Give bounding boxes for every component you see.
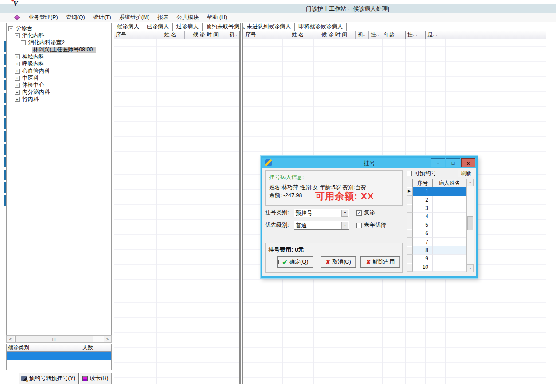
tab[interactable]: 已诊病人 [143, 23, 173, 31]
menu-item[interactable]: 报表 [153, 13, 172, 22]
column-header: 挂... [405, 31, 425, 39]
tree-expand-icon[interactable] [25, 47, 30, 52]
column-header: 序号 [114, 31, 156, 39]
tree-item-label: 分诊台 [15, 25, 34, 32]
tree-item[interactable]: 神经内科 [7, 53, 111, 60]
column-header: 候诊类别 [7, 344, 81, 352]
tree-item[interactable]: 体检中心 [7, 82, 111, 89]
left-dash-strip [4, 41, 6, 208]
scroll-up-icon[interactable]: ^ [467, 179, 474, 186]
column-header: 是... [425, 31, 445, 39]
number-row[interactable]: 5 [407, 221, 466, 229]
tree-item[interactable]: 呼吸内科 [7, 60, 111, 67]
pane-splitter[interactable] [240, 23, 243, 384]
minimize-icon[interactable]: – [431, 158, 445, 167]
app-logo-icon [12, 0, 20, 8]
tree-expand-icon[interactable] [21, 40, 26, 45]
number-row[interactable]: 1 [407, 187, 466, 196]
scrollbar-thumb[interactable] [467, 216, 473, 230]
scroll-left-icon[interactable]: < [7, 336, 14, 342]
window-titlebar: 门诊护士工作站 - [候诊病人处理] [0, 4, 556, 13]
tab[interactable]: 即将就诊候诊病人 [295, 23, 347, 31]
read-card-button[interactable]: 读卡(R) [79, 373, 112, 384]
row-patient-name [433, 255, 466, 263]
tab[interactable]: 过诊病人 [173, 23, 203, 31]
menu-items: 业务管理(P) 查询(Q) 统计(T) 系统维护(M) 报表 公共模块 帮助 (… [24, 13, 231, 22]
close-icon[interactable]: x [461, 158, 475, 167]
waiting-patients-grid: 序号 姓 名 候 诊 时 间 初.. [114, 31, 240, 384]
column-header: 挂.. [369, 31, 382, 39]
scroll-right-icon[interactable]: > [104, 336, 111, 342]
revisit-checkbox[interactable] [356, 210, 362, 216]
tree-item[interactable]: 心血管内科 [7, 67, 111, 74]
row-seq: 5 [413, 221, 433, 229]
number-row[interactable]: 7 [407, 238, 466, 246]
dialog-titlebar[interactable]: 挂号 – □ x [262, 158, 476, 168]
waiting-patients-grid-body[interactable] [114, 39, 239, 384]
tree-expand-icon[interactable] [15, 97, 20, 102]
tree-expand-icon[interactable] [15, 62, 20, 66]
chevron-down-icon[interactable]: ▼ [341, 222, 348, 229]
tree-expand-icon[interactable] [15, 76, 20, 81]
priority-select[interactable]: 普通 ▼ [294, 221, 349, 230]
tree-item[interactable]: 分诊台 [7, 25, 111, 32]
number-row[interactable]: 9 [407, 255, 466, 263]
scroll-down-icon[interactable]: v [467, 264, 474, 272]
refresh-button[interactable]: 刷新 [458, 170, 474, 177]
selected-class-row[interactable] [7, 352, 111, 360]
menu-item[interactable]: 帮助 (H) [203, 13, 231, 22]
chevron-down-icon[interactable]: ▼ [341, 210, 348, 217]
tree-item[interactable]: 消化内科 [7, 32, 111, 39]
column-header: 候 诊 时 间 [313, 31, 356, 39]
tab[interactable]: 未进队列候诊病人 [243, 23, 295, 31]
grid-vertical-scrollbar[interactable]: ^ v [466, 179, 474, 272]
tree-expand-icon[interactable] [15, 90, 20, 95]
window-title: 门诊护士工作站 - [候诊病人处理] [306, 5, 389, 13]
cancel-button[interactable]: ✘ 取消(C) [321, 256, 356, 268]
row-patient-name [433, 221, 466, 229]
menu-item[interactable]: 统计(T) [89, 13, 115, 22]
menu-item[interactable]: 系统维护(M) [115, 13, 154, 22]
number-row[interactable]: 2 [407, 196, 466, 204]
menu-item[interactable]: 公共模块 [172, 13, 203, 22]
tree-item[interactable]: 内分泌内科 [7, 89, 111, 96]
tab[interactable]: 候诊病人 [114, 23, 143, 31]
tree-expand-icon[interactable] [15, 83, 20, 88]
maximize-icon[interactable]: □ [446, 158, 460, 167]
row-patient-name [433, 263, 466, 272]
number-row[interactable]: 10 [407, 263, 466, 272]
tree-horizontal-scrollbar[interactable]: < ||| > [6, 335, 112, 343]
number-row[interactable]: 4 [407, 213, 466, 221]
tree-item[interactable]: 中医科 [7, 74, 111, 82]
reservable-number-panel: 可预约号 刷新 序号 病人姓名 1 [407, 169, 474, 272]
tree-item[interactable]: 消化内科诊室2 [7, 39, 111, 46]
tree-expand-icon[interactable] [15, 33, 20, 38]
fee-box: 挂号费用: 0元 ✔ 确定(Q) ✘ 取消(C) ✘ 解除占用 [265, 243, 403, 273]
menu-item[interactable]: 查询(Q) [62, 13, 89, 22]
row-patient-name [433, 187, 466, 196]
tree-expand-icon[interactable] [15, 54, 20, 59]
tree-expand-icon[interactable] [8, 26, 13, 31]
x-icon: ✘ [325, 259, 330, 265]
ok-button[interactable]: ✔ 确定(Q) [277, 256, 313, 268]
reg-type-select[interactable]: 预挂号 ▼ [294, 209, 349, 217]
elderly-checkbox[interactable] [356, 223, 362, 228]
number-row[interactable]: 3 [407, 204, 466, 213]
tree-item[interactable]: 肾内科 [7, 96, 111, 103]
transfer-reservation-button[interactable]: 预约号转预挂号(Y) [18, 373, 79, 384]
reservable-checkbox[interactable] [407, 171, 412, 176]
number-row[interactable]: 8 [407, 246, 466, 255]
tree-item-label: 中医科 [21, 75, 40, 82]
registration-fee: 挂号费用: 0元 [268, 246, 304, 254]
number-row[interactable]: 6 [407, 229, 466, 238]
release-occupancy-button[interactable]: ✘ 解除占用 [360, 256, 400, 268]
row-seq: 1 [413, 187, 433, 196]
tree-item[interactable]: 林剑兴(主任医师号08:00- [7, 46, 111, 53]
x-icon: ✘ [366, 259, 371, 265]
available-balance-annotation: 可用余额: XX [315, 190, 374, 202]
tree-expand-icon[interactable] [15, 69, 20, 74]
row-patient-name [433, 246, 466, 255]
scrollbar-thumb[interactable]: ||| [15, 336, 93, 342]
footer-buttons: 预约号转预挂号(Y) 读卡(R) [18, 373, 112, 384]
menu-item[interactable]: 业务管理(P) [24, 13, 62, 22]
